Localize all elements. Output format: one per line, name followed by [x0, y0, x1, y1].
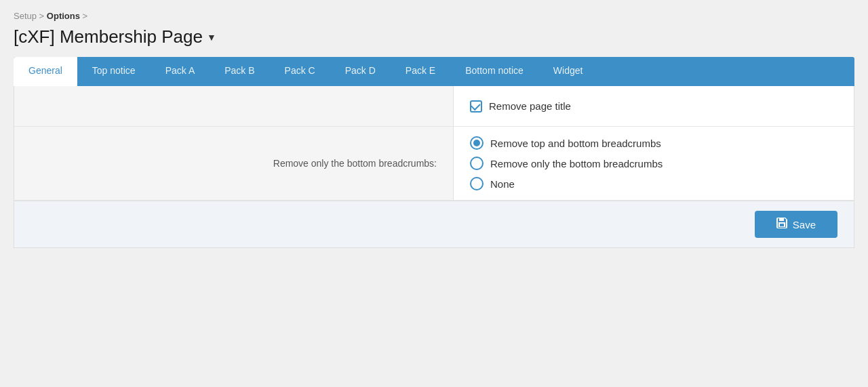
- content-panel: Remove page title Remove only the bottom…: [14, 86, 854, 248]
- breadcrumbs-label-cell: Remove only the bottom breadcrumbs:: [14, 127, 454, 200]
- save-button[interactable]: Save: [755, 211, 837, 238]
- tab-pack-a[interactable]: Pack A: [151, 57, 210, 86]
- radio-option-both[interactable]: Remove top and bottom breadcrumbs: [470, 136, 837, 150]
- tab-pack-d[interactable]: Pack D: [330, 57, 391, 86]
- page-wrapper: Setup > Options > [cXF] Membership Page …: [0, 0, 868, 387]
- radio-none-label: None: [490, 178, 515, 190]
- tabs-bar: General Top notice Pack A Pack B Pack C …: [14, 57, 854, 86]
- radio-bottom-only[interactable]: [470, 157, 484, 170]
- breadcrumb-sep2: >: [83, 11, 88, 21]
- form-row-breadcrumbs: Remove only the bottom breadcrumbs: Remo…: [14, 127, 854, 201]
- breadcrumb-setup[interactable]: Setup: [14, 11, 37, 21]
- radio-none[interactable]: [470, 177, 484, 190]
- page-title-row: [cXF] Membership Page ▼: [14, 26, 854, 47]
- radio-both[interactable]: [470, 136, 484, 150]
- tab-pack-c[interactable]: Pack C: [270, 57, 330, 86]
- remove-page-title-label[interactable]: Remove page title: [470, 100, 571, 113]
- tab-top-notice[interactable]: Top notice: [77, 57, 151, 86]
- breadcrumbs-label: Remove only the bottom breadcrumbs:: [273, 158, 437, 169]
- remove-page-title-row: Remove page title: [470, 100, 837, 113]
- remove-page-title-text: Remove page title: [489, 100, 571, 112]
- footer-row: Save: [14, 201, 854, 247]
- breadcrumb: Setup > Options >: [14, 11, 854, 21]
- save-label: Save: [793, 219, 816, 230]
- page-title: [cXF] Membership Page: [14, 26, 203, 47]
- title-dropdown-arrow[interactable]: ▼: [207, 32, 216, 43]
- save-icon: [776, 218, 787, 231]
- tab-pack-b[interactable]: Pack B: [210, 57, 269, 86]
- breadcrumbs-controls: Remove top and bottom breadcrumbs Remove…: [454, 127, 854, 200]
- breadcrumb-options[interactable]: Options: [47, 11, 80, 21]
- form-row-page-title: Remove page title: [14, 86, 854, 127]
- radio-both-label: Remove top and bottom breadcrumbs: [490, 138, 661, 149]
- tab-widget[interactable]: Widget: [538, 57, 598, 86]
- radio-option-bottom-only[interactable]: Remove only the bottom breadcrumbs: [470, 157, 837, 170]
- tab-pack-e[interactable]: Pack E: [391, 57, 450, 86]
- radio-option-none[interactable]: None: [470, 177, 837, 190]
- tab-bottom-notice[interactable]: Bottom notice: [450, 57, 538, 86]
- page-title-controls: Remove page title: [454, 86, 854, 126]
- remove-page-title-checkbox[interactable]: [470, 100, 482, 113]
- radio-bottom-only-label: Remove only the bottom breadcrumbs: [490, 158, 663, 169]
- tab-general[interactable]: General: [14, 57, 77, 86]
- breadcrumb-sep1: >: [39, 11, 47, 21]
- empty-label: [14, 86, 454, 126]
